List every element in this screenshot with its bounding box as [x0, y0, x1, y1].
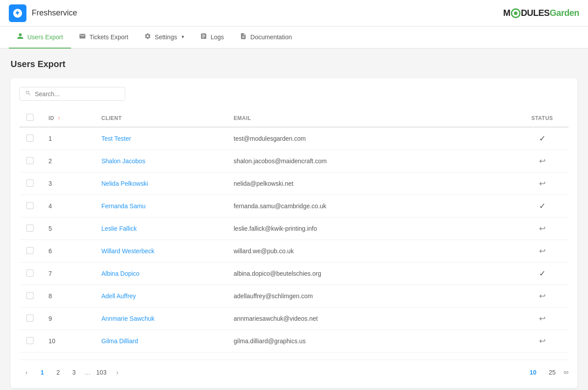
- th-email-label: EMAIL: [234, 115, 251, 121]
- row-checkbox-6[interactable]: [26, 247, 33, 254]
- th-client: CLIENT: [94, 109, 227, 127]
- table-row: 5 Leslie Fallick leslie.fallick@kwik-pri…: [19, 218, 569, 240]
- nav-item-documentation-label: Documentation: [250, 34, 292, 41]
- client-link-5[interactable]: Leslie Fallick: [101, 225, 137, 232]
- td-email: albina.dopico@beutelschies.org: [227, 262, 516, 285]
- main-nav: Users Export Tickets Export Settings ▾ L…: [0, 26, 588, 49]
- th-id[interactable]: ID ↑: [41, 109, 94, 127]
- status-check-icon: ✓: [539, 202, 546, 210]
- client-link-3[interactable]: Nelida Pelkowski: [101, 180, 148, 187]
- client-link-6[interactable]: Willard Westerbeck: [101, 248, 154, 255]
- main-card: ID ↑ CLIENT EMAIL STATUS: [11, 78, 577, 388]
- nav-item-users-export[interactable]: Users Export: [9, 26, 71, 49]
- row-checkbox-9[interactable]: [26, 315, 33, 322]
- status-redo-icon: ↩: [539, 179, 546, 188]
- td-email: leslie.fallick@kwik-printing.info: [227, 218, 516, 240]
- td-status: ↩: [516, 240, 569, 262]
- table-row: 4 Fernanda Samu fernanda.samu@cambridge.…: [19, 195, 569, 218]
- td-status: ↩: [516, 172, 569, 195]
- pagination-page-2[interactable]: 2: [51, 365, 65, 379]
- row-checkbox-5[interactable]: [26, 225, 33, 232]
- pagination-page-3[interactable]: 3: [67, 365, 81, 379]
- td-checkbox: [19, 195, 41, 218]
- th-status: STATUS: [516, 109, 569, 127]
- users-table: ID ↑ CLIENT EMAIL STATUS: [19, 109, 569, 352]
- td-client: Nelida Pelkowski: [94, 172, 227, 195]
- modulesgarden-logo: M DULES Garden: [503, 8, 580, 18]
- th-status-label: STATUS: [531, 115, 553, 121]
- status-redo-icon: ↩: [539, 247, 546, 255]
- td-checkbox: [19, 127, 41, 150]
- td-client: Leslie Fallick: [94, 218, 227, 240]
- sort-asc-icon: ↑: [58, 115, 61, 121]
- td-checkbox: [19, 285, 41, 308]
- client-link-7[interactable]: Albina Dopico: [101, 270, 139, 277]
- td-status: ✓: [516, 127, 569, 150]
- search-container: [19, 87, 569, 101]
- td-status: ↩: [516, 330, 569, 352]
- row-checkbox-4[interactable]: [26, 202, 33, 209]
- pagination-next[interactable]: ›: [110, 365, 124, 379]
- td-client: Adell Auffrey: [94, 285, 227, 308]
- row-checkbox-1[interactable]: [26, 135, 33, 142]
- page-title: Users Export: [11, 59, 577, 69]
- pagination-page-103[interactable]: 103: [94, 365, 108, 379]
- td-checkbox: [19, 308, 41, 330]
- td-id: 2: [41, 150, 94, 172]
- status-redo-icon: ↩: [539, 157, 546, 165]
- nav-item-users-export-label: Users Export: [27, 34, 63, 41]
- select-all-checkbox[interactable]: [26, 114, 33, 121]
- app-logo-icon: [9, 4, 26, 22]
- td-checkbox: [19, 218, 41, 240]
- td-status: ✓: [516, 262, 569, 285]
- td-email: adellauffrey@schlimgen.com: [227, 285, 516, 308]
- td-status: ↩: [516, 218, 569, 240]
- row-checkbox-10[interactable]: [26, 337, 33, 344]
- pagination-pages: ‹ 1 2 3 … 103 ›: [19, 365, 124, 379]
- row-checkbox-2[interactable]: [26, 157, 33, 164]
- table-header-row: ID ↑ CLIENT EMAIL STATUS: [19, 109, 569, 127]
- td-email: shalon.jacobos@maidencraft.com: [227, 150, 516, 172]
- pagination: ‹ 1 2 3 … 103 › 10 25 ∞: [19, 360, 569, 379]
- client-link-9[interactable]: Annmarie Sawchuk: [101, 315, 155, 322]
- row-checkbox-3[interactable]: [26, 180, 33, 187]
- status-redo-icon: ↩: [539, 314, 546, 323]
- status-redo-icon: ↩: [539, 337, 546, 345]
- per-page-10[interactable]: 10: [525, 367, 541, 378]
- th-client-label: CLIENT: [101, 115, 122, 121]
- mail-icon: [79, 33, 86, 41]
- td-id: 7: [41, 262, 94, 285]
- client-link-4[interactable]: Fernanda Samu: [101, 202, 145, 210]
- client-link-8[interactable]: Adell Auffrey: [101, 292, 136, 300]
- status-redo-icon: ↩: [539, 224, 546, 233]
- pagination-page-1[interactable]: 1: [35, 365, 49, 379]
- td-id: 8: [41, 285, 94, 308]
- nav-item-logs[interactable]: Logs: [192, 26, 232, 49]
- td-email: fernanda.samu@cambridge.co.uk: [227, 195, 516, 218]
- td-client: Shalon Jacobos: [94, 150, 227, 172]
- th-email: EMAIL: [227, 109, 516, 127]
- nav-item-tickets-export[interactable]: Tickets Export: [71, 26, 136, 49]
- row-checkbox-8[interactable]: [26, 292, 33, 299]
- nav-item-documentation[interactable]: Documentation: [232, 26, 300, 49]
- td-client: Test Tester: [94, 127, 227, 150]
- client-link-10[interactable]: Gilma Dilliard: [101, 338, 138, 345]
- client-link-1[interactable]: Test Tester: [101, 135, 131, 142]
- table-row: 9 Annmarie Sawchuk annmariesawchuk@video…: [19, 308, 569, 330]
- th-id-label: ID: [48, 115, 54, 121]
- td-id: 4: [41, 195, 94, 218]
- td-id: 9: [41, 308, 94, 330]
- client-link-2[interactable]: Shalon Jacobos: [101, 158, 145, 165]
- per-page-25[interactable]: 25: [544, 367, 560, 378]
- td-client: Willard Westerbeck: [94, 240, 227, 262]
- app-title: Freshservice: [32, 8, 77, 18]
- nav-item-settings[interactable]: Settings ▾: [136, 26, 192, 49]
- status-redo-icon: ↩: [539, 292, 546, 300]
- status-check-icon: ✓: [539, 134, 546, 143]
- row-checkbox-7[interactable]: [26, 270, 33, 277]
- search-input[interactable]: [35, 90, 119, 98]
- nav-item-tickets-export-label: Tickets Export: [89, 34, 128, 41]
- page-content: Users Export ID ↑: [0, 49, 588, 390]
- pagination-prev[interactable]: ‹: [19, 365, 33, 379]
- pagination-ellipsis: …: [83, 369, 93, 376]
